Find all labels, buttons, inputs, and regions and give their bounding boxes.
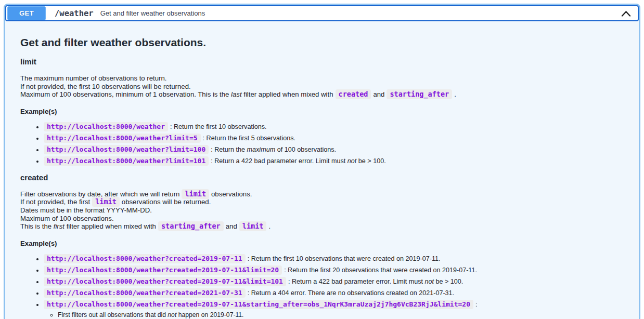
desc-line: and — [226, 222, 237, 230]
limit-examples-list: http://localhost:8000/weather: Return th… — [20, 122, 624, 166]
example-note: : Return the — [211, 146, 247, 153]
example-url-link[interactable]: http://localhost:8000/weather?created=20… — [44, 301, 475, 308]
chevron-up-icon[interactable] — [621, 10, 632, 17]
desc-line: This is the — [20, 222, 54, 230]
example-url-link[interactable]: http://localhost:8000/weather?created=20… — [44, 255, 248, 262]
example-url-link[interactable]: http://localhost:8000/weather?limit=5 — [44, 135, 203, 142]
example-url-code[interactable]: http://localhost:8000/weather?limit=100 — [44, 145, 209, 154]
http-method-badge: GET — [7, 6, 46, 20]
code-chip-limit: limit — [182, 189, 209, 199]
substep-item: First filters out all observations that … — [58, 311, 624, 319]
created-examples-heading: Example(s) — [20, 240, 624, 247]
example-url-code[interactable]: http://localhost:8000/weather?limit=101 — [44, 156, 209, 166]
param-created-description: Filter observations by date, after which… — [20, 190, 624, 231]
example-url-code[interactable]: http://localhost:8000/weather?limit=5 — [44, 134, 201, 143]
desc-line: and — [373, 90, 384, 98]
example-note: : Return a 422 bad parameter error. Limi… — [288, 278, 425, 285]
emphasis-text: first — [54, 222, 65, 230]
desc-line: Maximum of 100 observations, minimum of … — [20, 90, 231, 98]
code-chip-limit: limit — [92, 197, 120, 207]
example-url-code[interactable]: http://localhost:8000/weather?created=20… — [44, 265, 282, 275]
limit-examples-heading: Example(s) — [20, 108, 624, 115]
code-chip-starting-after: starting_after — [158, 221, 224, 231]
api-docs-page: GET /weather Get and filter weather obse… — [0, 0, 644, 319]
example-url-code[interactable]: http://localhost:8000/weather?created=20… — [44, 300, 473, 309]
example-note: : Return a 404 error. There are no obser… — [248, 289, 454, 297]
substep-text: happen on 2019-07-11. — [176, 311, 243, 318]
desc-line: observations. — [211, 190, 252, 198]
emphasis-text: not — [168, 311, 176, 318]
example-item: http://localhost:8000/weather?limit=101:… — [44, 156, 624, 166]
example-item: http://localhost:8000/weather?created=20… — [44, 265, 624, 275]
opblock-get-weather: GET /weather Get and filter weather obse… — [4, 4, 640, 319]
emphasis-text: not — [424, 278, 434, 285]
param-limit-heading: limit — [20, 57, 624, 66]
substep-text: First filters out all observations that … — [58, 311, 168, 318]
desc-line: The maximum number of observations to re… — [20, 74, 166, 82]
example-note: : Return the first 10 observations that … — [248, 255, 441, 262]
desc-line: If not provided, the first — [20, 198, 90, 206]
code-chip-created: created — [336, 89, 371, 99]
example-note: : Return the first 20 observations that … — [284, 267, 477, 274]
code-chip-starting-after: starting_after — [387, 89, 452, 99]
param-created-heading: created — [20, 173, 624, 182]
desc-line: . — [268, 222, 271, 230]
desc-line: observations will be returned. — [122, 198, 211, 206]
example-note: of 100 observations. — [275, 146, 336, 153]
example-url-code[interactable]: http://localhost:8000/weather?created=20… — [44, 277, 286, 286]
desc-line: Dates must be in the format YYYY-MM-DD. — [20, 206, 152, 214]
example-item: http://localhost:8000/weather?created=20… — [44, 277, 624, 286]
endpoint-summary: Get and filter weather observations — [100, 9, 621, 17]
emphasis-text: maximum — [247, 146, 276, 153]
example-url-code[interactable]: http://localhost:8000/weather?created=20… — [44, 254, 246, 263]
example-url-code[interactable]: http://localhost:8000/weather — [44, 122, 168, 131]
example-item: http://localhost:8000/weather?created=20… — [44, 288, 624, 298]
operation-description: Get and filter weather observations. lim… — [5, 22, 639, 319]
endpoint-path: /weather — [55, 9, 94, 18]
code-chip-limit: limit — [239, 221, 267, 231]
example-note: be > 100. — [356, 157, 385, 165]
created-examples-list: http://localhost:8000/weather?created=20… — [20, 254, 624, 319]
emphasis-text: not — [347, 157, 357, 165]
example-note: : — [475, 301, 478, 308]
example-item: http://localhost:8000/weather?created=20… — [44, 300, 624, 319]
example-url-code[interactable]: http://localhost:8000/weather?created=20… — [44, 288, 246, 298]
example-url-link[interactable]: http://localhost:8000/weather?limit=101 — [44, 157, 211, 165]
operation-toggle-header[interactable]: GET /weather Get and filter weather obse… — [5, 5, 639, 21]
desc-line: If not provided, the first 10 observatio… — [20, 83, 191, 90]
desc-line: . — [454, 90, 456, 98]
desc-line: filter applied when mixed with — [65, 222, 156, 230]
desc-line: Maximum of 100 observations. — [20, 215, 114, 222]
description-title: Get and filter weather observations. — [20, 36, 624, 49]
example-item: http://localhost:8000/weather: Return th… — [44, 122, 624, 131]
example-note: : Return a 422 bad parameter error. Limi… — [211, 157, 347, 165]
example-url-link[interactable]: http://localhost:8000/weather?limit=100 — [44, 146, 211, 153]
example-url-link[interactable]: http://localhost:8000/weather?created=20… — [44, 267, 284, 274]
example-note: : Return the first 10 observations. — [170, 123, 267, 130]
example-url-link[interactable]: http://localhost:8000/weather?created=20… — [44, 278, 288, 285]
example-item: http://localhost:8000/weather?limit=100:… — [44, 145, 624, 154]
example-note: be > 100. — [434, 278, 463, 285]
example-item: http://localhost:8000/weather?created=20… — [44, 254, 624, 263]
example-note: : Return the first 5 observations. — [203, 135, 296, 142]
emphasis-text: last — [231, 90, 242, 98]
example-substeps-list: First filters out all observations that … — [44, 311, 624, 319]
example-url-link[interactable]: http://localhost:8000/weather?created=20… — [44, 289, 248, 297]
example-item: http://localhost:8000/weather?limit=5: R… — [44, 134, 624, 143]
example-url-link[interactable]: http://localhost:8000/weather — [44, 123, 170, 130]
desc-line: filter applied when mixed with — [242, 90, 333, 98]
param-limit-description: The maximum number of observations to re… — [20, 74, 624, 99]
